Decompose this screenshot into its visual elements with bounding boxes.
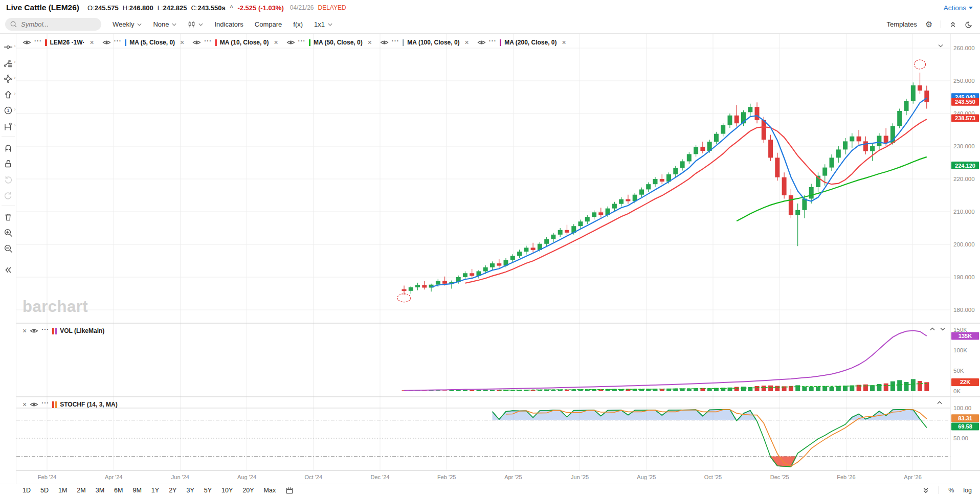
tool-expand-chevron[interactable]: › — [14, 107, 16, 112]
options-dots-icon[interactable]: ··· — [489, 37, 497, 44]
axis-price-badge: 69.58 — [951, 422, 979, 430]
dark-mode-moon-icon[interactable] — [965, 20, 973, 29]
collapse-toolbar-icon[interactable] — [949, 20, 956, 28]
options-dots-icon[interactable]: ··· — [114, 37, 122, 44]
compare-button[interactable]: Compare — [255, 20, 282, 28]
options-dots-icon[interactable]: ··· — [34, 37, 42, 44]
arrow-tool[interactable]: › — [1, 86, 16, 102]
range-9m[interactable]: 9M — [132, 487, 141, 494]
close-icon[interactable]: × — [23, 327, 27, 334]
tool-expand-chevron[interactable]: › — [14, 91, 16, 96]
annotation-tool[interactable]: 1› — [1, 102, 16, 118]
delete-tool[interactable] — [1, 209, 16, 224]
series-label: MA (10, Close, 0) — [220, 39, 269, 46]
close-icon[interactable]: × — [90, 39, 94, 46]
eye-icon[interactable] — [30, 328, 38, 334]
tool-expand-chevron[interactable]: › — [14, 123, 16, 128]
calendar-icon[interactable] — [285, 486, 294, 494]
time-axis-label: Apr '25 — [504, 474, 522, 480]
delayed-badge: DELAYED — [318, 4, 346, 11]
range-3m[interactable]: 3M — [96, 487, 104, 494]
redo[interactable] — [1, 187, 16, 203]
close-icon[interactable]: × — [274, 39, 278, 46]
price-tick-label: 200.000 — [953, 241, 975, 247]
collapse-pane-icon[interactable] — [930, 327, 935, 331]
layout-dropdown[interactable]: 1x1 — [314, 20, 332, 28]
options-dots-icon[interactable]: ··· — [41, 399, 49, 407]
eye-icon[interactable] — [30, 401, 38, 408]
eye-icon[interactable] — [102, 39, 111, 46]
indicator-color-bar — [52, 401, 54, 408]
fx-button[interactable]: f(x) — [293, 20, 303, 28]
range-10y[interactable]: 10Y — [221, 487, 233, 494]
expand-pane-icon[interactable] — [938, 44, 943, 48]
chart-canvas[interactable]: 260.000250.000240.000230.000220.000210.0… — [16, 34, 980, 484]
cursor-tool[interactable]: › — [1, 39, 16, 55]
options-dots-icon[interactable]: ··· — [41, 326, 49, 333]
zoom-in-tool[interactable] — [1, 224, 16, 240]
options-dots-icon[interactable]: ··· — [298, 37, 306, 44]
shapes-tool[interactable]: › — [1, 71, 16, 86]
close-icon[interactable]: × — [23, 401, 27, 408]
chart-region[interactable]: 260.000250.000240.000230.000220.000210.0… — [16, 34, 980, 484]
tool-expand-chevron[interactable]: › — [14, 75, 16, 80]
series-color-bar — [309, 39, 311, 46]
close-icon[interactable]: × — [562, 39, 566, 46]
range-20y[interactable]: 20Y — [242, 487, 254, 494]
range-1y[interactable]: 1Y — [151, 487, 159, 494]
legend-item: ···MA (10, Close, 0)× — [192, 39, 278, 46]
close-icon[interactable]: × — [465, 39, 469, 46]
range-max[interactable]: Max — [264, 487, 276, 494]
period-dropdown[interactable]: Weekly — [113, 20, 142, 28]
chart-type-dropdown[interactable] — [188, 20, 203, 28]
percent-scale-toggle[interactable]: % — [948, 487, 954, 494]
stoch-tick-label: 100.00 — [953, 405, 971, 411]
measure-tool[interactable]: › — [1, 118, 16, 134]
chevron-down-icon — [328, 23, 332, 26]
range-1m[interactable]: 1M — [58, 487, 67, 494]
options-dots-icon[interactable]: ··· — [392, 37, 399, 44]
range-5y[interactable]: 5Y — [204, 487, 212, 494]
series-color-bar — [500, 39, 502, 46]
close-icon[interactable]: × — [368, 39, 372, 46]
scroll-down-chevrons-icon[interactable] — [922, 486, 929, 494]
range-5d[interactable]: 5D — [40, 487, 49, 494]
indicators-button[interactable]: Indicators — [214, 20, 243, 28]
time-axis-label: Apr '26 — [904, 474, 922, 480]
collapse-pane-icon[interactable] — [937, 401, 942, 404]
lock-tool[interactable] — [1, 155, 16, 171]
close-icon[interactable]: × — [180, 39, 184, 46]
collapse-sidebar[interactable] — [1, 262, 16, 278]
eye-icon[interactable] — [192, 39, 201, 46]
eye-icon[interactable] — [286, 39, 295, 46]
undo[interactable] — [1, 171, 16, 187]
magnet-tool[interactable] — [1, 140, 16, 155]
actions-menu[interactable]: Actions — [944, 4, 973, 12]
log-scale-toggle[interactable]: log — [963, 487, 972, 494]
tool-expand-chevron[interactable]: › — [14, 43, 16, 49]
legend-item: ···MA (100, Close, 0)× — [380, 39, 469, 46]
range-2m[interactable]: 2M — [77, 487, 85, 494]
barchart-watermark: barchart — [23, 298, 88, 316]
search-input[interactable] — [20, 20, 92, 29]
range-2y[interactable]: 2Y — [169, 487, 176, 494]
range-6m[interactable]: 6M — [114, 487, 123, 494]
trendline-tool[interactable]: › — [1, 55, 16, 71]
symbol-search[interactable] — [5, 18, 101, 31]
series-label: MA (5, Close, 0) — [129, 39, 175, 46]
eye-icon[interactable] — [380, 39, 389, 46]
eye-icon[interactable] — [477, 39, 486, 46]
range-3y[interactable]: 3Y — [186, 487, 194, 494]
tool-expand-chevron[interactable]: › — [14, 59, 16, 64]
options-dots-icon[interactable]: ··· — [204, 37, 212, 44]
templates-button[interactable]: Templates — [886, 20, 917, 28]
volume-legend-row: × ··· VOL (LikeMain) — [23, 326, 113, 335]
eye-icon[interactable] — [23, 39, 31, 46]
expand-pane-icon[interactable] — [940, 327, 945, 331]
price-tick-label: 180.000 — [953, 307, 975, 313]
comparison-dropdown[interactable]: None — [153, 20, 176, 28]
settings-gear-icon[interactable]: ⚙ — [925, 20, 932, 29]
range-1d[interactable]: 1D — [23, 487, 31, 494]
time-axis-label: Jun '24 — [171, 474, 189, 480]
zoom-out-tool[interactable] — [1, 240, 16, 256]
